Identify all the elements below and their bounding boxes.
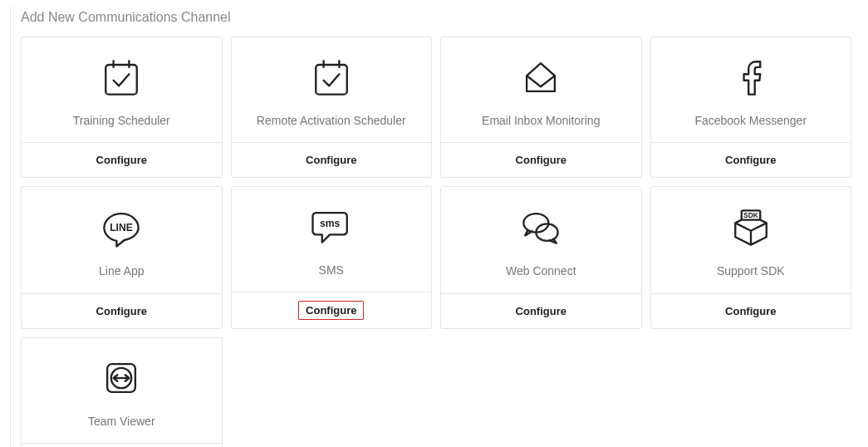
card-body: Facebook Messenger	[651, 37, 851, 142]
calendar-check-icon	[96, 51, 146, 104]
teamviewer-icon	[96, 351, 146, 405]
configure-button-email-inbox-monitoring[interactable]: Configure	[509, 151, 573, 169]
channel-card-team-viewer: Team ViewerConfigure	[21, 337, 223, 447]
card-footer: Configure	[22, 293, 222, 328]
calendar-check-icon	[306, 51, 356, 104]
configure-button-web-connect[interactable]: Configure	[509, 302, 573, 320]
channel-label: SMS	[319, 263, 344, 277]
card-footer: Configure	[651, 293, 851, 328]
configure-button-support-sdk[interactable]: Configure	[718, 302, 782, 320]
configure-button-sms[interactable]: Configure	[298, 301, 364, 320]
channel-card-training-scheduler: Training SchedulerConfigure	[21, 37, 223, 178]
channel-card-facebook-messenger: Facebook MessengerConfigure	[650, 37, 852, 178]
card-body: Email Inbox Monitoring	[441, 37, 641, 142]
card-footer: Configure	[232, 142, 432, 177]
card-footer: Configure	[232, 292, 432, 328]
channel-card-support-sdk: Support SDKConfigure	[650, 186, 852, 329]
card-body: Training Scheduler	[22, 37, 222, 142]
channel-card-line-app: Line AppConfigure	[21, 186, 223, 329]
channel-label: Remote Activation Scheduler	[257, 114, 406, 127]
channel-card-sms: SMSConfigure	[231, 186, 433, 329]
channels-grid: Training SchedulerConfigureRemote Activa…	[21, 37, 851, 447]
card-body: SMS	[232, 187, 432, 292]
card-body: Team Viewer	[22, 338, 222, 443]
card-body: Support SDK	[651, 187, 851, 293]
channel-card-web-connect: Web ConnectConfigure	[440, 186, 642, 329]
line-icon	[96, 201, 146, 254]
envelope-open-icon	[516, 51, 566, 104]
card-footer: Configure	[441, 293, 641, 328]
channel-label: Team Viewer	[88, 415, 155, 428]
channel-card-email-inbox-monitoring: Email Inbox MonitoringConfigure	[440, 37, 642, 178]
card-footer: Configure	[441, 142, 641, 177]
channel-label: Email Inbox Monitoring	[482, 114, 600, 127]
configure-button-training-scheduler[interactable]: Configure	[90, 151, 154, 169]
sdk-box-icon	[726, 201, 776, 254]
card-footer: Configure	[22, 142, 222, 177]
channel-label: Training Scheduler	[73, 114, 170, 127]
channel-label: Facebook Messenger	[694, 114, 807, 127]
configure-button-facebook-messenger[interactable]: Configure	[718, 151, 782, 169]
channel-card-remote-activation-scheduler: Remote Activation SchedulerConfigure	[231, 37, 433, 178]
channel-label: Line App	[99, 264, 145, 278]
sms-icon	[306, 200, 356, 253]
facebook-icon	[726, 51, 776, 104]
channel-label: Support SDK	[717, 264, 785, 278]
card-body: Web Connect	[441, 187, 641, 293]
card-footer: Configure	[22, 443, 222, 447]
card-body: Line App	[22, 187, 222, 293]
channel-label: Web Connect	[506, 264, 576, 278]
page-title: Add New Communications Channel	[21, 10, 851, 25]
configure-button-line-app[interactable]: Configure	[90, 302, 154, 320]
chat-bubbles-icon	[516, 201, 566, 254]
card-body: Remote Activation Scheduler	[232, 37, 432, 142]
card-footer: Configure	[651, 142, 851, 177]
configure-button-remote-activation-scheduler[interactable]: Configure	[299, 151, 363, 169]
